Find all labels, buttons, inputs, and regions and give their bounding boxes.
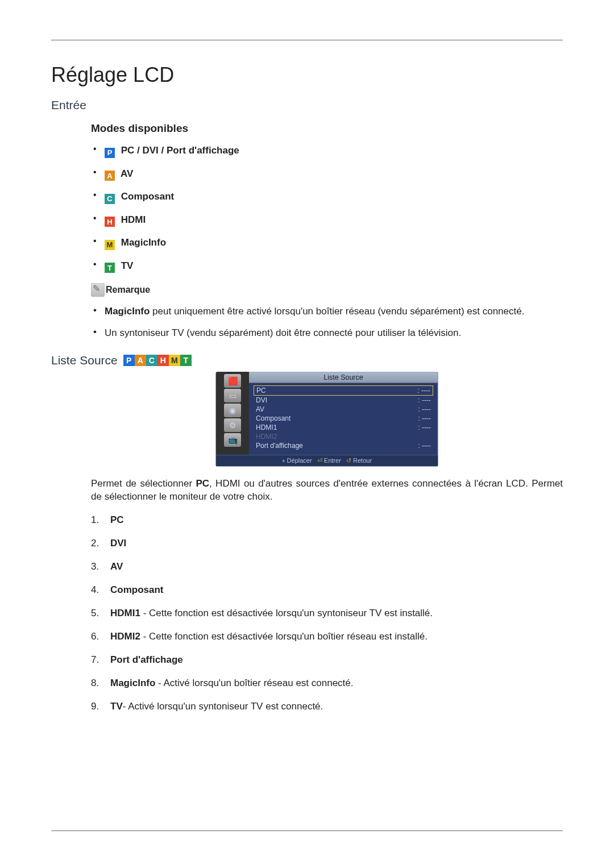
li-bold: AV bbox=[110, 561, 123, 572]
description-paragraph: Permet de sélectionner PC, HDMI ou d'aut… bbox=[91, 477, 563, 504]
numbered-list: PC DVI AV Composant HDMI1 - Cette foncti… bbox=[91, 514, 563, 713]
li-bold: HDMI2 bbox=[110, 631, 140, 642]
p-icon: P bbox=[105, 148, 115, 158]
top-rule bbox=[51, 40, 563, 40]
li-rest: - Cette fonction est désactivée lorsqu'u… bbox=[140, 631, 428, 642]
li-bold: HDMI1 bbox=[110, 608, 140, 618]
mode-item: P PC / DVI / Port d'affichage bbox=[91, 145, 563, 158]
list-item: HDMI1 - Cette fonction est désactivée lo… bbox=[91, 607, 563, 620]
osd-footer-return: Retour bbox=[353, 457, 372, 464]
note-heading: Remarque bbox=[91, 283, 563, 297]
note-list: MagicInfo peut uniquement être activé lo… bbox=[91, 305, 563, 340]
list-item: DVI bbox=[91, 537, 563, 550]
osd-row-selected: PC: ---- bbox=[254, 385, 433, 396]
li-bold: Composant bbox=[110, 584, 164, 595]
list-item: TV- Activé lorsqu'un syntoniseur TV est … bbox=[91, 700, 563, 713]
return-icon: ↺ bbox=[346, 457, 351, 464]
note-text: peut uniquement être activé lorsqu'un bo… bbox=[150, 306, 524, 317]
note-item: MagicInfo peut uniquement être activé lo… bbox=[91, 305, 563, 318]
osd-row: AV: ---- bbox=[254, 405, 433, 414]
li-bold: MagicInfo bbox=[110, 678, 155, 688]
osd-body: 🟥 ▭ ◉ ⚙ 📺 PC: ---- DVI: ---- AV: ---- Co… bbox=[216, 383, 438, 455]
note-label: Remarque bbox=[106, 285, 150, 295]
section-heading-entree: Entrée bbox=[51, 98, 563, 112]
mode-label: Composant bbox=[118, 191, 174, 202]
m-icon: M bbox=[105, 240, 115, 250]
list-item: PC bbox=[91, 514, 563, 527]
osd-footer-enter: Entrer bbox=[324, 457, 341, 464]
liste-source-label: Liste Source bbox=[51, 354, 118, 367]
desc-pre: Permet de sélectionner bbox=[91, 478, 196, 489]
a-icon: A bbox=[105, 171, 115, 181]
mode-item: M MagicInfo bbox=[91, 237, 563, 250]
list-item: Composant bbox=[91, 584, 563, 597]
li-bold: DVI bbox=[110, 538, 126, 549]
li-bold: TV bbox=[110, 701, 123, 712]
liste-source-block: Liste Source 🟥 ▭ ◉ ⚙ 📺 PC: ---- DVI: ---… bbox=[91, 372, 563, 713]
osd-row-label: HDMI2 bbox=[256, 433, 277, 441]
h-icon: H bbox=[105, 217, 115, 227]
osd-list: PC: ---- DVI: ---- AV: ---- Composant: -… bbox=[249, 383, 438, 455]
li-bold: PC bbox=[110, 514, 124, 525]
osd-side-icon: ⚙ bbox=[224, 418, 241, 432]
osd-row-label: PC bbox=[256, 387, 266, 394]
osd-row-val: : ---- bbox=[418, 442, 431, 450]
osd-menu: Liste Source 🟥 ▭ ◉ ⚙ 📺 PC: ---- DVI: ---… bbox=[215, 372, 438, 467]
page-title: Réglage LCD bbox=[51, 63, 563, 87]
osd-footer-move: Déplacer bbox=[287, 457, 312, 464]
osd-row: HDMI1: ---- bbox=[254, 423, 433, 432]
content-block: Modes disponibles P PC / DVI / Port d'af… bbox=[91, 122, 563, 340]
osd-row: Composant: ---- bbox=[254, 414, 433, 423]
li-bold: Port d'affichage bbox=[110, 654, 183, 665]
osd-row-val: : ---- bbox=[417, 387, 430, 394]
osd-title: Liste Source bbox=[249, 372, 438, 383]
osd-row-disabled: HDMI2 bbox=[254, 432, 433, 441]
osd-row-val: : ---- bbox=[418, 423, 431, 431]
document-page: Réglage LCD Entrée Modes disponibles P P… bbox=[0, 0, 614, 868]
note-bold: MagicInfo bbox=[105, 306, 150, 317]
c-icon: C bbox=[105, 194, 115, 204]
mode-item: T TV bbox=[91, 260, 563, 273]
osd-row: DVI: ---- bbox=[254, 396, 433, 405]
note-text: Un syntoniseur TV (vendu séparément) doi… bbox=[105, 327, 461, 338]
li-rest: - Activé lorsqu'un boîtier réseau est co… bbox=[155, 678, 353, 688]
p-icon: P bbox=[123, 355, 135, 366]
mode-label: TV bbox=[118, 260, 133, 271]
osd-row-label: AV bbox=[256, 405, 264, 413]
desc-bold: PC bbox=[196, 478, 209, 489]
mode-label: AV bbox=[118, 168, 133, 179]
list-item: Port d'affichage bbox=[91, 654, 563, 667]
liste-source-heading: Liste Source P A C H M T bbox=[51, 354, 563, 367]
osd-side-icon: ▭ bbox=[224, 389, 241, 402]
t-icon: T bbox=[105, 263, 115, 273]
li-rest: - Activé lorsqu'un syntoniseur TV est co… bbox=[123, 701, 323, 712]
list-item: HDMI2 - Cette fonction est désactivée lo… bbox=[91, 630, 563, 643]
osd-row-label: Port d'affichage bbox=[256, 442, 303, 450]
note-icon bbox=[91, 283, 105, 297]
mode-item: C Composant bbox=[91, 191, 563, 204]
osd-row-val: : ---- bbox=[418, 405, 431, 413]
osd-side-icon: 🟥 bbox=[224, 374, 241, 388]
m-icon: M bbox=[169, 355, 180, 366]
mode-item: A AV bbox=[91, 168, 563, 181]
t-icon: T bbox=[180, 355, 192, 366]
list-item: MagicInfo - Activé lorsqu'un boîtier rés… bbox=[91, 677, 563, 690]
mode-item: H HDMI bbox=[91, 214, 563, 227]
h-icon: H bbox=[157, 355, 169, 366]
bottom-rule bbox=[51, 830, 563, 831]
enter-icon: ⏎ bbox=[317, 457, 322, 464]
osd-side-icons: 🟥 ▭ ◉ ⚙ 📺 bbox=[216, 372, 249, 455]
c-icon: C bbox=[146, 355, 157, 366]
a-icon: A bbox=[135, 355, 146, 366]
move-icon: ♦ bbox=[282, 457, 285, 464]
subheading-modes: Modes disponibles bbox=[91, 122, 563, 135]
osd-side-icon: 📺 bbox=[224, 433, 241, 447]
osd-row-val: : ---- bbox=[418, 396, 431, 404]
osd-side-icon: ◉ bbox=[224, 404, 241, 417]
modes-list: P PC / DVI / Port d'affichage A AV C Com… bbox=[91, 145, 563, 273]
icon-strip: P A C H M T bbox=[123, 355, 192, 366]
osd-footer: ♦ Déplacer ⏎ Entrer ↺ Retour bbox=[216, 455, 438, 466]
note-item: Un syntoniseur TV (vendu séparément) doi… bbox=[91, 326, 563, 340]
list-item: AV bbox=[91, 560, 563, 574]
mode-label: HDMI bbox=[118, 214, 146, 225]
